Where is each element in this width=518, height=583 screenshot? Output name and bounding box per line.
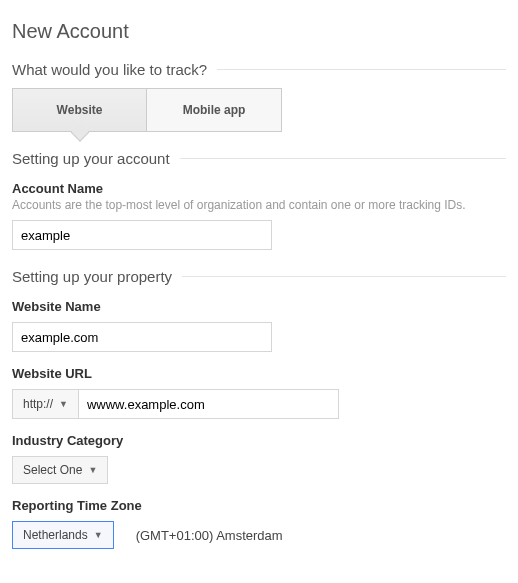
time-zone-country-value: Netherlands xyxy=(23,528,88,542)
property-heading: Setting up your property xyxy=(12,268,182,285)
tab-mobile-label: Mobile app xyxy=(183,103,246,117)
website-url-input[interactable] xyxy=(79,389,339,419)
chevron-down-icon: ▼ xyxy=(59,399,68,409)
time-zone-country-select[interactable]: Netherlands ▼ xyxy=(12,521,114,549)
tab-mobile-app[interactable]: Mobile app xyxy=(147,88,282,132)
tab-website[interactable]: Website xyxy=(12,88,147,132)
track-heading: What would you like to track? xyxy=(12,61,217,78)
account-name-label: Account Name xyxy=(12,181,506,196)
industry-category-label: Industry Category xyxy=(12,433,506,448)
website-name-input[interactable] xyxy=(12,322,272,352)
reporting-time-zone-label: Reporting Time Zone xyxy=(12,498,506,513)
property-section-head: Setting up your property xyxy=(12,268,506,285)
protocol-select[interactable]: http:// ▼ xyxy=(12,389,79,419)
account-section-head: Setting up your account xyxy=(12,150,506,167)
account-name-input[interactable] xyxy=(12,220,272,250)
chevron-down-icon: ▼ xyxy=(94,530,103,540)
track-section-head: What would you like to track? xyxy=(12,61,506,78)
account-name-helper: Accounts are the top-most level of organ… xyxy=(12,198,506,212)
tab-website-label: Website xyxy=(57,103,103,117)
website-url-label: Website URL xyxy=(12,366,506,381)
time-zone-value: (GMT+01:00) Amsterdam xyxy=(136,528,283,543)
page-title: New Account xyxy=(12,20,506,43)
chevron-down-icon: ▼ xyxy=(88,465,97,475)
website-name-label: Website Name xyxy=(12,299,506,314)
protocol-value: http:// xyxy=(23,397,53,411)
industry-category-value: Select One xyxy=(23,463,82,477)
track-tabs: Website Mobile app xyxy=(12,88,506,132)
account-heading: Setting up your account xyxy=(12,150,180,167)
divider xyxy=(182,276,506,277)
divider xyxy=(180,158,506,159)
divider xyxy=(217,69,506,70)
industry-category-select[interactable]: Select One ▼ xyxy=(12,456,108,484)
